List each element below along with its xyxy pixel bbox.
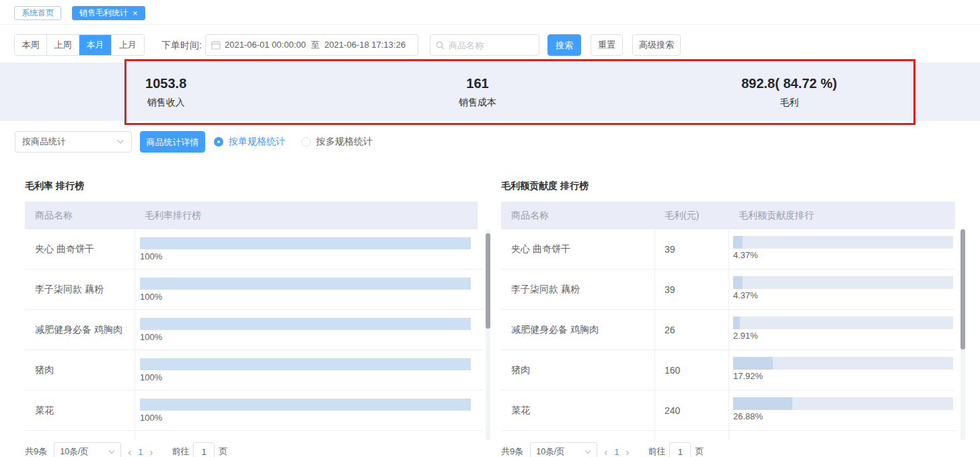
rate-table-scrollbar[interactable] <box>486 229 490 440</box>
stat-sales-revenue: 1053.8 销售收入 <box>10 63 322 121</box>
chevron-down-icon <box>108 450 115 454</box>
stat-gross-profit: 892.8( 84.72 %) 毛利 <box>634 63 945 121</box>
column-header: 毛利(元) <box>654 210 728 222</box>
table-row: 李子柒同款 藕粉 100% <box>25 269 483 310</box>
scrollbar-thumb[interactable] <box>960 229 965 349</box>
prev-page-button[interactable]: ‹ <box>604 446 607 457</box>
stat-type-select[interactable]: 按商品统计 <box>15 131 132 153</box>
rate-percent: 100% <box>140 292 162 302</box>
contribution-ranking-pagination: 共9条 10条/页 ‹ 1 › 前往 页 <box>501 442 704 457</box>
tab-system-home[interactable]: 系统首页 <box>14 6 61 20</box>
column-divider <box>654 310 655 349</box>
profit-value: 160 <box>665 350 680 390</box>
product-name: 减肥健身必备 鸡胸肉 <box>511 310 599 349</box>
table-row: 菜花 100% <box>25 390 483 431</box>
page-size-select[interactable]: 10条/页 <box>530 442 597 457</box>
period-this-month-button[interactable]: 本月 <box>79 35 112 55</box>
tab-label: 销售毛利统计 <box>79 7 128 19</box>
tab-bar: 系统首页 销售毛利统计 × <box>0 0 980 25</box>
current-page-button[interactable]: 1 <box>614 447 619 457</box>
goto-page-input[interactable] <box>669 442 691 457</box>
search-button[interactable]: 搜索 <box>548 34 581 56</box>
column-divider <box>135 269 135 309</box>
page-size-select[interactable]: 10条/页 <box>54 442 121 457</box>
contribution-percent: 4.37% <box>733 290 758 300</box>
table-row: 李子柒同款 藕粉 39 4.37% <box>501 269 955 310</box>
date-range-value[interactable] <box>225 40 412 50</box>
page-unit-label: 页 <box>695 446 704 457</box>
prev-page-button[interactable]: ‹ <box>128 446 131 457</box>
column-divider <box>135 310 135 349</box>
tab-sales-gross-profit[interactable]: 销售毛利统计 × <box>72 6 145 20</box>
table-row: 猪肉 100% <box>25 350 483 390</box>
column-divider <box>135 350 135 390</box>
product-name: 李子柒同款 藕粉 <box>511 269 580 309</box>
close-icon[interactable]: × <box>133 9 138 17</box>
stat-value: 892.8( 84.72 %) <box>741 76 837 91</box>
radio-multi-spec[interactable]: 按多规格统计 <box>301 131 373 153</box>
contribution-bar <box>733 317 953 329</box>
column-divider <box>135 390 135 430</box>
next-page-button[interactable]: › <box>626 446 629 457</box>
scrollbar-thumb[interactable] <box>486 233 490 329</box>
product-stat-detail-button[interactable]: 商品统计详情 <box>140 131 205 153</box>
radio-label: 按单规格统计 <box>229 136 285 148</box>
radio-label: 按多规格统计 <box>316 136 373 148</box>
contribution-bar <box>733 236 953 249</box>
rate-ranking-header: 商品名称 毛利率排行榜 <box>25 202 478 229</box>
advanced-search-button[interactable]: 高级搜索 <box>632 34 681 56</box>
rate-ranking-pagination: 共9条 10条/页 ‹ 1 › 前往 页 <box>25 442 227 457</box>
product-name: 李子柒同款 藕粉 <box>35 269 104 309</box>
period-this-week-button[interactable]: 本周 <box>15 35 47 55</box>
rate-percent: 100% <box>140 332 162 342</box>
reset-button[interactable]: 重置 <box>591 34 623 56</box>
profit-value: 39 <box>665 229 675 269</box>
stat-label: 销售成本 <box>459 97 496 109</box>
rate-percent: 100% <box>140 413 162 423</box>
radio-selected-icon <box>214 137 223 147</box>
table-row: 减肥健身必备 鸡胸肉 100% <box>25 310 483 350</box>
rate-bar <box>140 237 471 249</box>
column-divider <box>728 390 729 430</box>
next-page-button[interactable]: › <box>149 446 153 457</box>
rate-ranking-table: 夹心 曲奇饼干 100% 李子柒同款 藕粉 100% 减肥健身必备 鸡胸肉 10… <box>25 229 483 440</box>
product-name: 猪肉 <box>511 350 530 390</box>
rate-percent: 100% <box>140 372 162 382</box>
period-last-month-button[interactable]: 上月 <box>112 35 144 55</box>
chevron-down-icon <box>116 139 124 144</box>
order-time-range-input[interactable] <box>205 34 418 56</box>
radio-single-spec[interactable]: 按单规格统计 <box>214 131 285 153</box>
column-header: 毛利率排行榜 <box>135 210 478 222</box>
pagination-total: 共9条 <box>501 446 523 457</box>
rate-percent: 100% <box>140 251 162 261</box>
page-size-value: 10条/页 <box>60 446 104 457</box>
column-divider <box>135 229 135 269</box>
product-name: 夹心 曲奇饼干 <box>511 229 570 269</box>
profit-value: 240 <box>665 390 680 430</box>
column-header: 毛利额贡献度排行 <box>728 210 955 222</box>
contribution-table-scrollbar[interactable] <box>960 229 965 440</box>
product-name-search-field[interactable] <box>430 34 539 56</box>
contribution-ranking-title: 毛利额贡献度 排行榜 <box>501 180 589 192</box>
search-icon <box>436 41 445 50</box>
stat-label: 销售收入 <box>147 97 185 109</box>
current-page-button[interactable]: 1 <box>138 447 143 457</box>
period-button-group: 本周 上周 本月 上月 <box>14 34 145 56</box>
column-divider <box>654 390 655 430</box>
table-row-partial <box>25 431 483 440</box>
contribution-bar <box>733 397 953 410</box>
table-row: 菜花 240 26.88% <box>501 390 955 431</box>
period-last-week-button[interactable]: 上周 <box>47 35 79 55</box>
contribution-bar <box>733 357 953 370</box>
goto-label: 前往 <box>172 446 189 457</box>
page-unit-label: 页 <box>219 446 227 457</box>
product-name: 菜花 <box>35 390 54 430</box>
goto-label: 前往 <box>648 446 665 457</box>
table-row: 猪肉 160 17.92% <box>501 350 955 390</box>
profit-value: 39 <box>665 269 675 309</box>
table-row: 夹心 曲奇饼干 100% <box>25 229 483 269</box>
stat-type-select-value: 按商品统计 <box>22 136 116 148</box>
goto-page-input[interactable] <box>193 442 215 457</box>
order-time-label: 下单时间: <box>161 40 202 52</box>
page-size-value: 10条/页 <box>536 446 580 457</box>
